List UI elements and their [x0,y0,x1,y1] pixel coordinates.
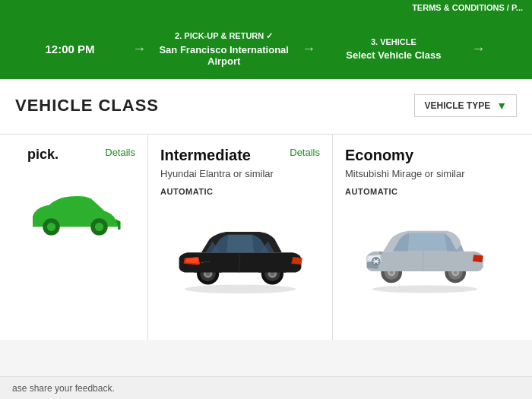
arrow-3: → [471,41,485,57]
progress-bar: 12:00 PM → 2. PICK-UP & RETURN ✓ San Fra… [0,18,532,79]
svg-point-2 [47,223,55,231]
feedback-text: ase share your feedback. [12,383,115,394]
progress-step-2[interactable]: 2. PICK-UP & RETURN ✓ San Francisco Inte… [146,31,302,67]
terms-link[interactable]: TERMS & CONDITIONS / P... [412,3,523,12]
car-card-2[interactable]: Economy Mitsubishi Mirage or similar AUT… [333,135,517,340]
step2-num: 2. PICK-UP & RETURN ✓ [175,31,273,41]
car-2-name: Economy [345,147,413,164]
vehicle-type-dropdown[interactable]: VEHICLE TYPE ▼ [414,94,517,117]
top-bar: TERMS & CONDITIONS / P... [0,0,532,18]
black-sedan-icon [168,211,312,302]
car-1-name: Intermediate [160,147,251,164]
cars-grid: pick. Details [15,135,517,340]
progress-step-3[interactable]: 3. VEHICLE Select Vehicle Class [315,37,471,61]
car-2-transmission: AUTOMATIC [345,187,505,196]
triangle-pointer [383,61,404,71]
car-card-0[interactable]: pick. Details [15,135,148,340]
step1-time: 12:00 PM [46,43,95,55]
car-card-1[interactable]: Intermediate Details Hyundai Elantra or … [148,135,333,340]
page-title: VEHICLE CLASS [15,96,159,116]
arrow-2: → [302,41,315,57]
car-0-name: pick. [27,147,59,163]
step2-label: San Francisco International Airport [146,44,302,67]
car-1-image [160,204,320,310]
chevron-down-icon: ▼ [496,100,507,112]
svg-point-4 [185,285,296,294]
card-1-details-link[interactable]: Details [290,147,320,158]
step3-num: 3. VEHICLE [371,37,416,46]
car-1-transmission: AUTOMATIC [160,187,320,196]
main-content: VEHICLE CLASS VEHICLE TYPE ▼ pick. Detai… [0,79,532,340]
silver-hatchback-icon [353,211,497,302]
card-0-details-link[interactable]: Details [105,147,135,158]
feedback-bar: ase share your feedback. [0,376,532,399]
arrow-1: → [132,41,146,57]
car-2-model: Mitsubishi Mirage or similar [345,167,505,181]
vehicle-type-label: VEHICLE TYPE [424,100,490,111]
green-car-silhouette-icon [27,188,134,249]
card-2-header: Economy [345,147,505,164]
car-0-image [27,166,135,272]
filter-row: VEHICLE TYPE ▼ [414,94,517,117]
car-2-image [345,204,505,310]
step3-label: Select Vehicle Class [346,49,441,61]
step3-wrapper: 3. VEHICLE Select Vehicle Class [315,37,471,61]
car-1-model: Hyundai Elantra or similar [160,167,320,181]
svg-point-14 [372,285,478,293]
svg-point-3 [95,223,103,231]
card-1-header: Intermediate Details [160,147,320,164]
card-0-header: pick. Details [27,147,135,163]
progress-step-1[interactable]: 12:00 PM [0,43,132,55]
